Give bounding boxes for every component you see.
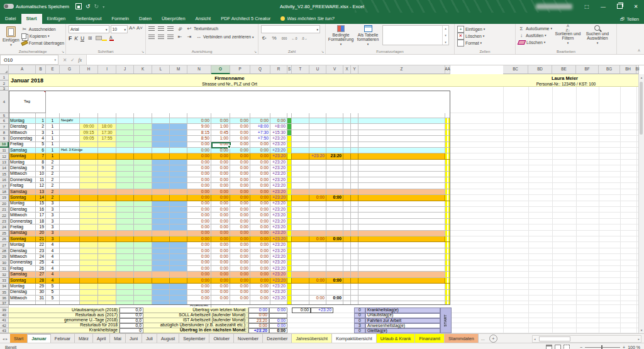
cell-X36[interactable] (343, 296, 351, 301)
cell-U20[interactable] (309, 201, 326, 207)
cell-K15[interactable] (134, 172, 152, 177)
cell-Y21[interactable] (351, 207, 358, 213)
cell-Z7[interactable] (358, 124, 445, 130)
cell-Y25[interactable] (351, 231, 358, 236)
cell-P26[interactable]: 0:00 (230, 236, 250, 242)
cell-S22[interactable] (287, 213, 292, 218)
cell-M12[interactable] (170, 153, 187, 159)
cell-O30[interactable]: 0:00 (211, 260, 230, 266)
accounting-format-icon[interactable]: €▾ (261, 35, 267, 41)
cell-H7[interactable]: 09:00 (80, 124, 98, 130)
cell-B20[interactable]: 15 (36, 201, 46, 207)
cell-Y36[interactable] (351, 296, 358, 301)
cell-K18[interactable] (134, 189, 152, 195)
cell-Z6[interactable] (358, 118, 445, 124)
cell-B37[interactable] (36, 301, 46, 305)
cell-P7[interactable]: 0:00 (230, 124, 250, 130)
cell-V26[interactable]: 0:00 (326, 236, 343, 242)
cell-G7[interactable] (60, 124, 80, 130)
cell-U7[interactable] (309, 124, 326, 130)
cell-AA8[interactable] (445, 130, 450, 136)
cell-L21[interactable] (152, 207, 170, 213)
cell-T26[interactable] (292, 236, 309, 242)
cell-G20[interactable] (60, 201, 80, 207)
cell-A32[interactable]: Samstag (9, 272, 36, 277)
cell-J15[interactable] (116, 172, 134, 177)
cell-Q29[interactable]: 0:00 (250, 254, 270, 260)
cell-A6[interactable]: Montag (9, 118, 36, 124)
cell-Q8[interactable]: +7:30 (250, 130, 270, 136)
cell-U35[interactable] (309, 290, 326, 296)
cell-N11[interactable]: 0:00 (187, 148, 211, 153)
cell-U15[interactable] (309, 172, 326, 177)
formula-input[interactable] (87, 55, 644, 65)
cell-A15[interactable]: Mittwoch (9, 172, 36, 177)
sheet-tab-start[interactable]: Start (10, 334, 28, 343)
cell-R14[interactable]: +23:20 (270, 165, 287, 171)
cell-B35[interactable]: 30 (36, 290, 46, 296)
normal-view-icon[interactable] (546, 345, 552, 349)
row-header-20[interactable]: 20 (0, 201, 9, 207)
cell-E6[interactable]: 1 (46, 118, 60, 124)
table-header-A[interactable]: Tag (9, 91, 46, 113)
summary-q-41[interactable]: 23:20 (248, 318, 269, 323)
cell-G17[interactable] (60, 183, 80, 189)
cell-AA32[interactable] (445, 272, 450, 277)
cell-P33[interactable]: 0:00 (230, 278, 250, 284)
cell-O20[interactable]: 0:00 (211, 201, 230, 207)
cell-H32[interactable] (80, 272, 98, 277)
cell-H20[interactable] (80, 201, 98, 207)
cell-X17[interactable] (343, 183, 351, 189)
cell-I11[interactable] (98, 148, 116, 153)
row-header-32[interactable]: 32 (0, 272, 9, 277)
cell-Y11[interactable] (351, 148, 358, 153)
number-dialog-launcher-icon[interactable]: ↘ (321, 50, 324, 53)
spreadsheet-grid[interactable]: ABEGHIJKLMNOPQRSTUVXYZAABCBDBEBFBGBHBI12… (0, 65, 644, 333)
cell-L11[interactable] (152, 148, 170, 153)
cell-E28[interactable]: 4 (46, 248, 60, 254)
cell-P31[interactable]: 0:00 (230, 266, 250, 272)
cell-N31[interactable]: 0:00 (187, 266, 211, 272)
cell-K9[interactable] (134, 136, 152, 141)
cell-A10[interactable]: Freitag (9, 142, 36, 148)
cell-I17[interactable] (98, 183, 116, 189)
close-button[interactable]: ✕ (628, 0, 644, 13)
cell-O15[interactable]: 0:00 (211, 172, 230, 177)
cell-J9[interactable] (116, 136, 134, 141)
menu-tab-datei[interactable]: Datei (0, 14, 21, 24)
cell-A37[interactable] (9, 301, 36, 305)
sheet-tab-juni[interactable]: Juni (126, 334, 142, 343)
cell-Y13[interactable] (351, 160, 358, 165)
cell-X29[interactable] (343, 254, 351, 260)
cell-E35[interactable]: 5 (46, 290, 60, 296)
cell-B10[interactable]: 5 (36, 142, 46, 148)
cell-A19[interactable]: Sonntag (9, 195, 36, 201)
row-header-23[interactable]: 23 (0, 219, 9, 224)
cell-M33[interactable] (170, 278, 187, 284)
cell-G24[interactable] (60, 224, 80, 230)
cell-U34[interactable] (309, 284, 326, 289)
cell-E12[interactable]: 1 (46, 153, 60, 159)
cell-U16[interactable] (309, 177, 326, 183)
page-layout-view-icon[interactable] (555, 345, 561, 349)
cell-J8[interactable] (116, 130, 134, 136)
new-sheet-button[interactable]: + (489, 335, 497, 343)
cell-T21[interactable] (292, 207, 309, 213)
sheet-tab-februar[interactable]: Februar (51, 334, 75, 343)
cell-H30[interactable] (80, 260, 98, 266)
cell-Z22[interactable] (358, 213, 445, 218)
cell-Z16[interactable] (358, 177, 445, 183)
cell-Q19[interactable]: 0:00 (250, 195, 270, 201)
zoom-out-icon[interactable]: − (580, 345, 582, 349)
cell-AA19[interactable] (445, 195, 450, 201)
cell-Z12[interactable] (358, 153, 445, 159)
sheet-nav-arrows[interactable]: ◂▸ (0, 334, 10, 343)
cell-U27[interactable] (309, 242, 326, 248)
cell-L18[interactable] (152, 189, 170, 195)
cell-J17[interactable] (116, 183, 134, 189)
collapse-ribbon-icon[interactable]: ˄ (638, 48, 640, 53)
sheet-tab-oktober[interactable]: Oktober (209, 334, 234, 343)
cell-Q28[interactable]: 0:00 (250, 248, 270, 254)
cell-R27[interactable]: +23:20 (270, 242, 287, 248)
cell-H9[interactable]: 09:05 (80, 136, 98, 141)
